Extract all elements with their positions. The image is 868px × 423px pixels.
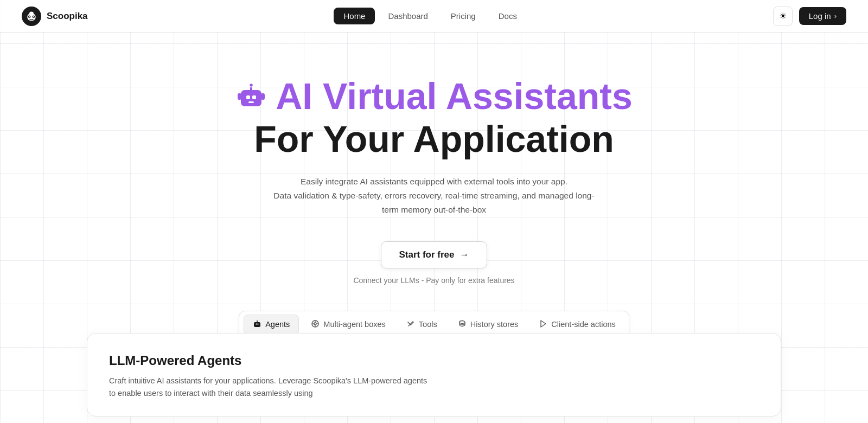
client-actions-icon [539,319,547,330]
tab-tools[interactable]: Tools [398,315,446,334]
cta-section: Start for free → Connect your LLMs - Pay… [353,241,514,285]
card-title: LLM-Powered Agents [109,353,759,368]
nav-pricing[interactable]: Pricing [441,8,486,24]
svg-rect-17 [258,323,259,324]
tab-history[interactable]: History stores [449,315,527,334]
svg-point-6 [29,11,34,15]
tab-tools-label: Tools [419,320,437,329]
svg-point-19 [257,319,258,321]
nav-dashboard[interactable]: Dashboard [378,8,437,24]
tab-multi-agent[interactable]: Multi-agent boxes [302,315,394,334]
svg-rect-14 [261,93,265,100]
hero-subtitle: Easily integrate AI assistants equipped … [266,175,602,217]
nav-links: Home Dashboard Pricing Docs [334,8,526,24]
svg-point-4 [29,16,30,17]
svg-rect-7 [241,90,261,106]
login-button[interactable]: Log in › [799,7,846,25]
nav-home[interactable]: Home [334,8,375,24]
brand-logo[interactable]: Scoopika [22,7,88,26]
chevron-right-icon: › [834,12,837,20]
arrow-right-icon: → [460,249,469,260]
hero-title-purple: AI Virtual Assistants [235,76,633,117]
tools-icon [406,319,415,330]
svg-rect-8 [246,95,250,99]
svg-rect-10 [248,101,254,103]
tab-client-actions-label: Client-side actions [551,320,615,329]
svg-rect-16 [256,323,257,324]
subtitle-line2: Data validation & type-safety, errors re… [273,191,594,214]
logo-image [22,7,41,26]
tab-multi-agent-label: Multi-agent boxes [323,320,385,329]
svg-point-29 [459,321,465,323]
cta-note: Connect your LLMs - Pay only for extra f… [353,276,514,285]
agent-icon [253,319,261,330]
svg-point-5 [33,16,34,17]
history-icon [458,319,467,330]
hero-title-black: For Your Application [254,119,614,159]
sun-icon: ☀ [779,11,787,21]
tab-agents-label: Agents [265,320,290,329]
tab-history-label: History stores [470,320,519,329]
hero-section: AI Virtual Assistants For Your Applicati… [0,33,868,285]
hero-title-purple-text: AI Virtual Assistants [276,76,633,117]
svg-marker-30 [541,321,546,327]
navbar: Scoopika Home Dashboard Pricing Docs ☀ L… [0,0,868,33]
card-description: Craft intuitive AI assistants for your a… [109,375,435,400]
svg-point-21 [314,323,316,325]
svg-rect-9 [252,95,256,99]
svg-rect-13 [238,93,241,100]
tab-client-actions[interactable]: Client-side actions [530,315,624,334]
svg-rect-15 [254,322,260,327]
robot-icon [235,80,267,112]
brand-name: Scoopika [47,11,88,22]
nav-docs[interactable]: Docs [489,8,527,24]
svg-line-27 [408,322,411,325]
theme-toggle-button[interactable]: ☀ [773,7,793,26]
login-label: Log in [809,11,831,21]
multi-agent-icon [311,319,320,330]
nav-actions: ☀ Log in › [773,7,846,26]
start-free-button[interactable]: Start for free → [381,241,487,268]
svg-point-12 [250,84,253,87]
start-free-label: Start for free [399,249,454,260]
content-card: LLM-Powered Agents Craft intuitive AI as… [87,333,781,416]
subtitle-line1: Easily integrate AI assistants equipped … [301,177,567,186]
tab-agents[interactable]: Agents [244,315,299,335]
